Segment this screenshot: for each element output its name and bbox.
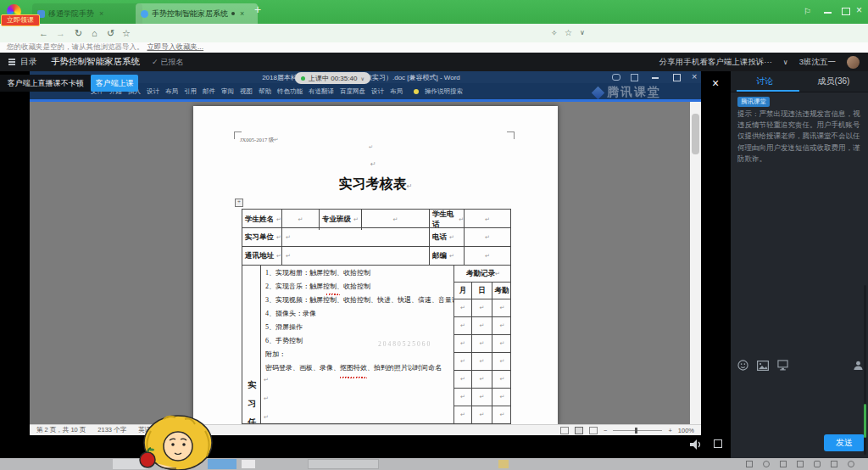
print-layout-icon[interactable] <box>575 427 583 434</box>
ribbon-tab[interactable]: 百度网盘 <box>340 87 365 96</box>
ribbon-tab[interactable]: 布局 <box>390 87 403 96</box>
sidebar-scrollbar[interactable] <box>864 285 866 455</box>
emoji-icon[interactable] <box>737 360 748 371</box>
member-mute-icon[interactable] <box>853 360 864 371</box>
header-action-link[interactable]: 分享 <box>659 57 676 66</box>
chat-input[interactable] <box>731 373 868 434</box>
back-icon[interactable]: ← <box>39 24 48 42</box>
table-handle-icon[interactable]: + <box>235 199 243 207</box>
fullscreen-icon[interactable] <box>714 439 722 448</box>
zoom-in-icon[interactable]: + <box>668 427 671 434</box>
browser-login-flag-icon[interactable]: ⚐ <box>804 7 811 16</box>
browser-tab-2-active[interactable]: 手势控制智能家居系统 × <box>136 3 258 24</box>
tray-window-icon[interactable] <box>831 461 837 467</box>
ribbon-tab[interactable]: 邮件 <box>203 87 215 96</box>
ribbon-tab[interactable]: 视图 <box>240 87 253 96</box>
lightbulb-icon <box>414 89 419 94</box>
forward-icon[interactable]: → <box>56 24 65 42</box>
taskbar-file-explorer[interactable] <box>498 460 509 468</box>
browser-tab-1[interactable]: 移通学院手势 × <box>32 3 142 24</box>
tab1-close-icon[interactable]: × <box>99 9 103 18</box>
tray-update-icon[interactable] <box>797 461 804 467</box>
tell-me-search[interactable]: 操作说明搜索 <box>425 87 463 96</box>
word-restore-icon[interactable] <box>673 74 681 81</box>
section-label-char: 实 <box>242 379 261 398</box>
taskbar-app-4[interactable] <box>308 459 379 469</box>
tray-image-icon[interactable] <box>746 461 753 467</box>
tencent-classroom-watermark: 腾讯课堂 <box>593 85 661 100</box>
tab2-close-icon[interactable]: × <box>240 9 244 18</box>
lightning-icon[interactable]: ✧ <box>551 24 558 42</box>
send-button[interactable]: 发送 <box>824 434 865 451</box>
history-icon[interactable]: ↺ <box>107 24 114 42</box>
zoom-out-icon[interactable]: − <box>604 427 607 434</box>
client-tip: 客户端上直播课不卡顿 <box>0 75 91 92</box>
maximize-icon[interactable] <box>842 8 850 15</box>
video-player[interactable]: 2018届本科毕业实习报告模板（分散实习）.doc [兼容模式] - Word … <box>0 71 731 458</box>
tab-discussion[interactable]: 讨论 <box>731 71 799 92</box>
image-icon[interactable] <box>757 361 769 371</box>
user-chevron-icon[interactable]: ∨ <box>783 59 788 66</box>
word-minimize-icon[interactable] <box>652 77 659 79</box>
live-status-pill[interactable]: 上课中 00:35:40 ∨ <box>295 72 370 84</box>
tray-search-icon[interactable] <box>848 461 854 467</box>
ribbon-tab[interactable]: 有道翻译 <box>309 87 334 96</box>
ribbon-tab[interactable]: 引用 <box>184 87 197 96</box>
dropdown-chevron-icon[interactable]: ∨ <box>580 24 585 42</box>
user-name[interactable]: 3班沈五一 <box>799 57 836 68</box>
sidebar-scrollbar-thumb[interactable] <box>864 404 866 438</box>
avatar[interactable] <box>847 56 860 69</box>
taskbar-app-3[interactable] <box>242 460 255 468</box>
doc-scrollbar-thumb[interactable] <box>692 114 699 154</box>
close-window-icon[interactable]: × <box>856 4 862 16</box>
minimize-icon[interactable] <box>824 12 832 14</box>
ribbon-tab[interactable]: 布局 <box>165 87 178 96</box>
ribbon-tab[interactable]: 帮助 <box>259 87 271 96</box>
header-action-link[interactable]: 投诉 <box>748 57 764 66</box>
assessment-table: 学生姓名 专业班级 学生电话 实习单位 电话 <box>242 209 511 424</box>
ribbon-display-icon[interactable] <box>631 74 638 81</box>
header-action-link[interactable]: 客户端上课 <box>708 57 748 66</box>
ribbon-tab[interactable]: 特色功能 <box>277 87 303 96</box>
course-header: 目录 手势控制智能家居系统 ✓ 已报名 分享用手机看客户端上课投诉··· ∨ 3… <box>0 53 868 71</box>
promo-badge[interactable]: 立即领课 <box>1 14 40 26</box>
refresh-icon[interactable]: ↻ <box>75 24 82 42</box>
attendance-row <box>454 406 511 424</box>
tray-network-icon[interactable] <box>763 461 770 467</box>
tencent-diamond-icon <box>592 86 605 99</box>
ribbon-tab[interactable]: 设计 <box>371 87 384 96</box>
section-label-cell: 实习任 <box>242 266 261 424</box>
volume-icon[interactable] <box>690 439 702 450</box>
tab2-audio-dot <box>231 12 235 15</box>
bookmark-page-star-icon[interactable]: ☆ <box>565 24 572 42</box>
favorite-star-icon[interactable]: ☆ <box>122 24 131 42</box>
tray-volume-icon[interactable] <box>814 461 821 467</box>
mascot-newton <box>125 414 219 470</box>
ribbon-tab[interactable]: 设计 <box>147 87 159 96</box>
zoom-slider[interactable] <box>613 430 662 431</box>
tab2-label: 手势控制智能家居系统 <box>152 8 228 20</box>
tray-cloud-icon[interactable] <box>780 461 787 467</box>
read-mode-icon[interactable] <box>560 427 569 434</box>
address-bar: ← → ↻ ⌂ ↺ ☆ 腾讯网 https://ke.qq.com/webcou… <box>0 24 868 42</box>
label-org: 实习单位 <box>242 228 282 246</box>
bookmark-import-link[interactable]: 立即导入收藏夹... <box>147 42 204 53</box>
zoom-level[interactable]: 100% <box>678 427 694 434</box>
status-words[interactable]: 2133 个字 <box>97 426 126 434</box>
new-tab-button[interactable]: + <box>254 3 261 16</box>
word-close-icon[interactable]: × <box>692 71 697 81</box>
header-action-link[interactable]: ··· <box>764 57 772 66</box>
tab-members[interactable]: 成员(36) <box>799 71 868 92</box>
player-close-icon[interactable]: × <box>712 76 719 90</box>
toc-menu-icon[interactable] <box>8 58 15 67</box>
screenshot-icon[interactable] <box>777 360 788 371</box>
web-layout-icon[interactable] <box>589 427 598 434</box>
ribbon-tab[interactable]: 审阅 <box>221 87 234 96</box>
status-page[interactable]: 第 2 页，共 10 页 <box>36 426 86 434</box>
header-action-link[interactable]: 用手机看 <box>676 57 708 66</box>
word-account-icon[interactable] <box>612 74 620 81</box>
home-icon[interactable]: ⌂ <box>92 24 97 42</box>
doc-scrollbar[interactable] <box>690 102 701 424</box>
toc-label[interactable]: 目录 <box>20 56 37 68</box>
client-open-button[interactable]: 客户端上课 <box>91 75 138 92</box>
